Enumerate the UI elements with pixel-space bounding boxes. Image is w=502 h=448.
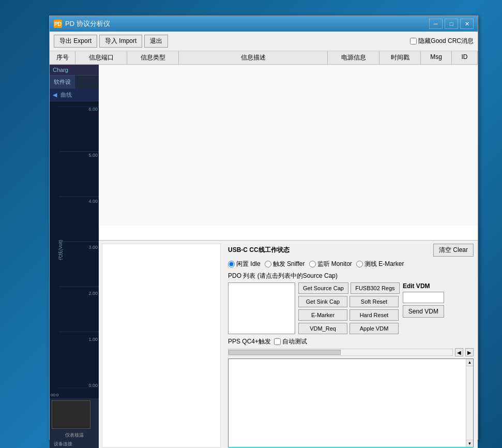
image-and-controls: USB-C CC线工作状态 清空 Clear 闲置 Idle 触发 S: [99, 241, 478, 448]
device-label[interactable]: 设备连接: [52, 440, 97, 448]
textarea-scrollbar: ▲ ▼: [466, 359, 473, 447]
app-layout: Charg 软件设 ◀ 曲线 代线(Volt) 6.00 5.00 4.00 3…: [50, 65, 478, 448]
app-icon: PD: [54, 20, 62, 28]
radio-sniffer-input[interactable]: [265, 261, 271, 267]
scroll-thumb: [229, 350, 341, 355]
instrument-label: 仪表核温: [52, 431, 97, 440]
center-area: USB-C CC线工作状态 清空 Clear 闲置 Idle 触发 S: [99, 65, 478, 448]
pdo-btn-row-1: Get Source Cap FUSB302 Regs: [298, 282, 400, 294]
get-source-cap-button[interactable]: Get Source Cap: [298, 282, 348, 294]
textarea-scroll-up[interactable]: ▲: [466, 359, 473, 366]
pdo-section: PDO 列表 (请点击列表中的Source Cap) Get Source Ca…: [224, 271, 478, 336]
sidebar-chart: 代线(Volt) 6.00 5.00 4.00 3.00 2.00 1.00 0…: [50, 101, 99, 398]
curve-label: 曲线: [60, 92, 72, 98]
radio-emarker[interactable]: 测线 E-Marker: [356, 260, 404, 268]
fusb302-regs-button[interactable]: FUSB302 Regs: [351, 282, 400, 294]
left-sidebar: Charg 软件设 ◀ 曲线 代线(Volt) 6.00 5.00 4.00 3…: [50, 65, 99, 448]
hide-crc-checkbox[interactable]: [410, 38, 417, 44]
e-marker-button[interactable]: E-Marker: [298, 309, 347, 321]
radio-monitor-input[interactable]: [309, 261, 316, 267]
auto-test-checkbox[interactable]: [274, 338, 281, 345]
bottom-controls: USB-C CC线工作状态 清空 Clear 闲置 Idle 触发 S: [99, 241, 478, 448]
col-header-id: ID: [452, 51, 478, 64]
thumbnail-panel-1: [52, 400, 90, 429]
pdo-list[interactable]: [228, 282, 295, 334]
scroll-track[interactable]: [228, 349, 453, 356]
pdo-label: PDO 列表 (请点击列表中的Source Cap): [228, 272, 474, 280]
clear-button[interactable]: 清空 Clear: [433, 244, 474, 257]
sidebar-top: Charg 软件设 ◀ 曲线: [50, 65, 99, 101]
send-vdm-button[interactable]: Send VDM: [403, 305, 444, 318]
sidebar-bottom: 仪表核温 设备连接: [50, 398, 99, 448]
hide-crc-checkbox-label[interactable]: 隐藏Good CRC消息: [410, 37, 474, 46]
scroll-left-button[interactable]: ◀: [455, 348, 463, 356]
auto-test-checkbox-label[interactable]: 自动测试: [274, 337, 307, 346]
pdo-btn-row-4: VDM_Req Apple VDM: [298, 323, 400, 334]
sidebar-curve-item[interactable]: ◀ 曲线: [50, 89, 99, 101]
chart-grid: [59, 107, 99, 388]
soft-reset-button[interactable]: Soft Reset: [349, 296, 399, 307]
edit-vdm-section: Edit VDM Send VDM: [403, 282, 444, 334]
auto-test-label: 自动测试: [282, 337, 307, 346]
radio-group: 闲置 Idle 触发 Sniffer 监听 Monitor: [224, 259, 478, 271]
textarea-container: ▲ ▼: [228, 359, 474, 447]
exit-button[interactable]: 退出: [144, 35, 168, 48]
pdo-btn-row-2: Get Sink Cap Soft Reset: [298, 296, 400, 307]
radio-sniffer-label: 触发 Sniffer: [273, 260, 305, 268]
image-panel: [102, 244, 221, 447]
col-header-type: 信息类型: [127, 51, 179, 64]
pdo-content: Get Source Cap FUSB302 Regs Get Sink Cap…: [228, 282, 474, 334]
col-header-desc: 信息描述: [179, 51, 328, 64]
window-title: PD 协议分析仪: [65, 19, 429, 28]
radio-idle-input[interactable]: [228, 261, 235, 267]
pdo-buttons: Get Source Cap FUSB302 Regs Get Sink Cap…: [298, 282, 400, 334]
radio-sniffer[interactable]: 触发 Sniffer: [265, 260, 305, 268]
vdm-input-field[interactable]: [403, 292, 444, 303]
col-header-time: 时间戳: [379, 51, 421, 64]
main-window: PD PD 协议分析仪 ─ □ ✕ 导出 Export 导入 Import 退出…: [49, 16, 478, 440]
col-header-msg: Msg: [421, 51, 452, 64]
curve-arrow-icon: ◀: [53, 92, 57, 98]
col-header-port: 信息端口: [75, 51, 127, 64]
sidebar-charge-header: Charg: [50, 65, 99, 76]
radio-idle[interactable]: 闲置 Idle: [228, 260, 261, 268]
textarea-scroll-down[interactable]: ▼: [466, 440, 473, 447]
table-header: 序号 信息端口 信息类型 信息描述 电源信息 时间戳 Msg ID: [50, 51, 478, 65]
apple-vdm-button[interactable]: Apple VDM: [349, 323, 399, 334]
radio-monitor-label: 监听 Monitor: [317, 260, 352, 268]
minimize-button[interactable]: ─: [429, 19, 443, 29]
scrollbar-section: ◀ ▶: [224, 347, 478, 357]
title-controls: ─ □ ✕: [429, 19, 474, 29]
radio-emarker-label: 测线 E-Marker: [364, 260, 404, 268]
radio-monitor[interactable]: 监听 Monitor: [309, 260, 352, 268]
pps-label: PPS QC4+触发: [228, 337, 271, 346]
toolbar: 导出 Export 导入 Import 退出 隐藏Good CRC消息: [50, 32, 478, 51]
get-sink-cap-button[interactable]: Get Sink Cap: [298, 296, 347, 307]
edit-vdm-label: Edit VDM: [403, 282, 444, 290]
vdm-req-button[interactable]: VDM_Req: [298, 323, 347, 334]
export-button[interactable]: 导出 Export: [54, 35, 97, 48]
maximize-button[interactable]: □: [445, 19, 458, 29]
hide-crc-label: 隐藏Good CRC消息: [418, 37, 474, 46]
col-header-seq: 序号: [50, 51, 75, 64]
x-label: 00:0: [51, 393, 59, 397]
right-controls: USB-C CC线工作状态 清空 Clear 闲置 Idle 触发 S: [224, 241, 478, 448]
radio-idle-label: 闲置 Idle: [236, 260, 261, 268]
col-header-power: 电源信息: [328, 51, 379, 64]
data-table-section: [99, 65, 478, 241]
scroll-right-button[interactable]: ▶: [465, 348, 474, 356]
import-button[interactable]: 导入 Import: [99, 35, 142, 48]
cc-status-label: USB-C CC线工作状态: [228, 246, 290, 255]
cc-status-section: USB-C CC线工作状态 清空 Clear: [224, 241, 478, 259]
main-textarea[interactable]: [228, 359, 474, 447]
pps-section: PPS QC4+触发 自动测试: [224, 336, 478, 347]
table-rows: [99, 65, 478, 226]
title-bar: PD PD 协议分析仪 ─ □ ✕: [50, 16, 478, 32]
hard-reset-button[interactable]: Hard Reset: [349, 309, 399, 321]
sidebar-settings-btn[interactable]: 软件设: [50, 76, 75, 89]
charge-label: Charg: [53, 67, 68, 73]
radio-emarker-input[interactable]: [356, 261, 363, 267]
close-button[interactable]: ✕: [460, 19, 474, 29]
pdo-btn-row-3: E-Marker Hard Reset: [298, 309, 400, 321]
x-axis: 00:0: [51, 393, 98, 397]
